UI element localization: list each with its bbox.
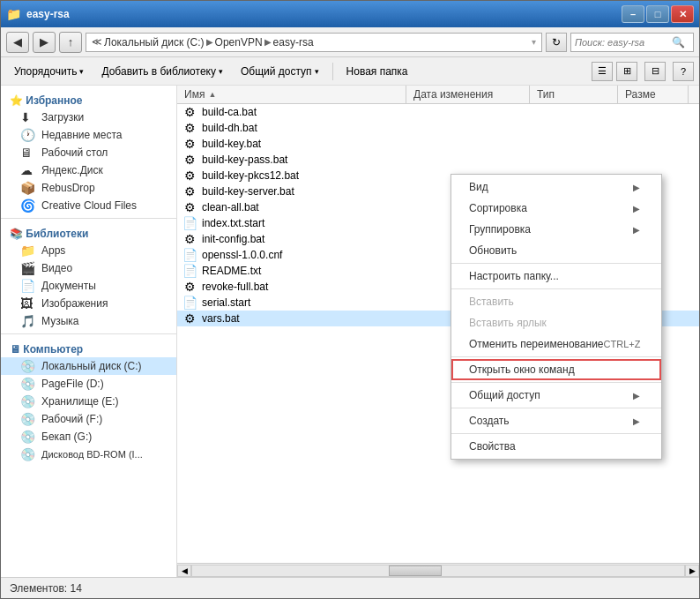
- sidebar-item-creative-cloud[interactable]: 🌀 Creative Cloud Files: [1, 197, 176, 214]
- search-input[interactable]: [575, 37, 672, 48]
- file-item[interactable]: ⚙ build-key.bat: [177, 136, 699, 152]
- forward-button[interactable]: ▶: [33, 32, 56, 53]
- minimize-button[interactable]: –: [622, 5, 644, 23]
- title-text: easy-rsa: [26, 8, 622, 20]
- organize-arrow-icon: ▾: [79, 67, 84, 76]
- file-icon: ⚙: [181, 105, 198, 119]
- sidebar-item-downloads[interactable]: ⬇ Загрузки: [1, 109, 176, 126]
- toolbar-right: ☰ ⊞ ⊟ ?: [592, 62, 694, 81]
- refresh-button[interactable]: ↻: [546, 33, 567, 52]
- sidebar-item-docs[interactable]: 📄 Документы: [1, 277, 176, 295]
- scroll-right-button[interactable]: ▶: [685, 565, 699, 577]
- sidebar-item-cdrive[interactable]: 💿 Локальный диск (C:): [1, 357, 176, 375]
- ctx-paste: Вставить: [451, 291, 661, 312]
- view-tile-button[interactable]: ⊟: [644, 62, 666, 81]
- main-area: ⭐ Избранное ⬇ Загрузки 🕐 Недавние места …: [1, 86, 699, 577]
- sidebar-favorites-title[interactable]: ⭐ Избранное: [1, 89, 176, 109]
- ctx-paste-shortcut: Вставить ярлык: [451, 312, 661, 333]
- ctx-separator-5: [451, 408, 661, 408]
- ctx-share[interactable]: Общий доступ ▶: [451, 385, 661, 406]
- file-icon: ⚙: [181, 168, 198, 183]
- share-button[interactable]: Общий доступ ▾: [233, 61, 327, 82]
- music-icon: 🎵: [20, 314, 36, 328]
- search-box[interactable]: 🔍: [570, 33, 694, 52]
- sidebar-item-images[interactable]: 🖼 Изображения: [1, 295, 176, 312]
- ctx-create[interactable]: Создать ▶: [451, 410, 661, 431]
- path-dropdown-arrow[interactable]: ▾: [532, 37, 536, 47]
- status-bar: Элементов: 14: [1, 577, 699, 598]
- ctx-separator-1: [451, 263, 661, 264]
- share-arrow-icon: ▶: [633, 391, 640, 401]
- ctx-separator-3: [451, 356, 661, 357]
- ctx-open-cmd[interactable]: Открыть окно команд: [451, 359, 661, 380]
- ctx-separator-2: [451, 288, 661, 289]
- sidebar-item-apps[interactable]: 📁 Apps: [1, 242, 176, 259]
- sidebar-item-music[interactable]: 🎵 Музыка: [1, 312, 176, 330]
- file-icon: ⚙: [181, 232, 198, 246]
- sidebar-item-yandex[interactable]: ☁ Яндекс.Диск: [1, 161, 176, 179]
- cdrive-icon: 💿: [20, 359, 36, 373]
- file-icon: ⚙: [181, 200, 198, 214]
- file-item[interactable]: ⚙ build-dh.bat: [177, 120, 699, 136]
- view-icon-button[interactable]: ⊞: [616, 62, 637, 81]
- file-item[interactable]: ⚙ build-ca.bat: [177, 104, 699, 120]
- view-details-button[interactable]: ☰: [592, 62, 613, 81]
- path-easyrsa[interactable]: easy-rsa: [273, 36, 314, 49]
- ctx-refresh[interactable]: Обновить: [451, 240, 661, 261]
- close-button[interactable]: ✕: [671, 5, 694, 23]
- help-button[interactable]: ?: [673, 62, 694, 81]
- path-openvpn[interactable]: OpenVPN: [215, 36, 263, 49]
- video-icon: 🎬: [20, 261, 36, 275]
- scroll-track[interactable]: [191, 565, 685, 577]
- add-to-library-button[interactable]: Добавить в библиотеку ▾: [93, 61, 231, 82]
- recent-icon: 🕐: [20, 128, 36, 142]
- ctx-properties[interactable]: Свойства: [451, 436, 661, 457]
- address-bar: ◀ ▶ ↑ ≪ Локальный диск (C:) ▶ OpenVPN ▶ …: [1, 27, 699, 57]
- scroll-left-button[interactable]: ◀: [177, 565, 191, 577]
- path-part-root[interactable]: ≪: [92, 36, 102, 48]
- context-menu: Вид ▶ Сортировка ▶ Группировка ▶ Обновит…: [451, 174, 662, 460]
- sidebar-libraries-title[interactable]: 📚 Библиотеки: [1, 222, 176, 242]
- ctx-view[interactable]: Вид ▶: [451, 176, 661, 198]
- back-button[interactable]: ◀: [6, 32, 29, 53]
- header-name[interactable]: Имя ▲: [177, 86, 406, 103]
- sidebar-item-desktop[interactable]: 🖥 Рабочий стол: [1, 144, 176, 161]
- file-icon: ⚙: [181, 311, 198, 326]
- sidebar-item-idrive[interactable]: 💿 Дисковод BD-ROM (I...: [1, 446, 176, 463]
- maximize-button[interactable]: □: [646, 5, 669, 23]
- sidebar-computer-title[interactable]: 🖥 Компьютер: [1, 338, 176, 357]
- file-icon: ⚙: [181, 280, 198, 294]
- rebusdrop-icon: 📦: [20, 181, 36, 195]
- new-folder-button[interactable]: Новая папка: [339, 61, 416, 82]
- organize-button[interactable]: Упорядочить ▾: [6, 61, 92, 82]
- file-icon: 📄: [181, 264, 198, 278]
- sidebar-item-recent[interactable]: 🕐 Недавние места: [1, 126, 176, 144]
- title-bar: 📁 easy-rsa – □ ✕: [1, 1, 699, 27]
- desktop-icon: 🖥: [20, 146, 36, 160]
- file-icon: ⚙: [181, 153, 198, 167]
- ctx-sort[interactable]: Сортировка ▶: [451, 198, 661, 219]
- explorer-window: 📁 easy-rsa – □ ✕ ◀ ▶ ↑ ≪ Локальный диск …: [0, 0, 700, 599]
- ctx-group[interactable]: Группировка ▶: [451, 219, 661, 240]
- sort-icon: ▲: [208, 90, 216, 99]
- ctx-customize[interactable]: Настроить папку...: [451, 266, 661, 287]
- sidebar-item-rebusdrop[interactable]: 📦 RebusDrop: [1, 179, 176, 197]
- ctx-undo[interactable]: Отменить переименование CTRL+Z: [451, 333, 661, 355]
- address-path[interactable]: ≪ Локальный диск (C:) ▶ OpenVPN ▶ easy-r…: [86, 33, 542, 52]
- file-item[interactable]: ⚙ build-key-pass.bat: [177, 152, 699, 168]
- path-drive[interactable]: Локальный диск (C:): [104, 36, 205, 49]
- header-type[interactable]: Тип: [530, 86, 618, 103]
- yandex-icon: ☁: [20, 163, 36, 177]
- sidebar-item-fdrive[interactable]: 💿 Рабочий (F:): [1, 410, 176, 428]
- header-size[interactable]: Разме: [618, 86, 689, 103]
- sidebar: ⭐ Избранное ⬇ Загрузки 🕐 Недавние места …: [1, 86, 177, 577]
- sidebar-item-video[interactable]: 🎬 Видео: [1, 259, 176, 277]
- scroll-thumb[interactable]: [389, 565, 442, 576]
- content-area: Имя ▲ Дата изменения Тип Разме ⚙ build-c…: [177, 86, 699, 577]
- sidebar-item-edrive[interactable]: 💿 Хранилище (E:): [1, 393, 176, 410]
- sort-arrow-icon: ▶: [633, 204, 640, 213]
- sidebar-item-gdrive[interactable]: 💿 Бекап (G:): [1, 428, 176, 446]
- up-button[interactable]: ↑: [59, 32, 82, 53]
- header-date[interactable]: Дата изменения: [406, 86, 530, 103]
- sidebar-item-ddrive[interactable]: 💿 PageFile (D:): [1, 375, 176, 393]
